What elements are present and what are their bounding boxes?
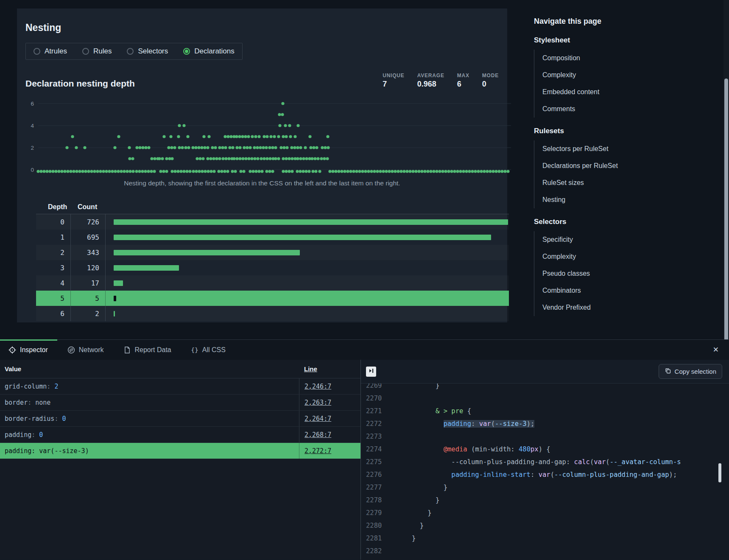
code-area: 2269 }22702271 & > pre {2272 padding: va…: [361, 384, 729, 560]
stat-average: AVERAGE0.968: [417, 73, 444, 89]
radio-declarations[interactable]: Declarations: [183, 47, 235, 56]
depth-cell: 0: [36, 214, 71, 230]
value-table-row[interactable]: border: none2,263:7: [0, 395, 360, 411]
count-cell: 2: [71, 306, 106, 321]
depth-table-row-6[interactable]: 62: [36, 306, 509, 321]
count-cell: 726: [71, 214, 106, 230]
sidebar-item-embedded-content[interactable]: Embedded content: [534, 84, 678, 101]
expand-panel-button[interactable]: [366, 367, 376, 377]
sidebar-item-comments[interactable]: Comments: [534, 101, 678, 118]
tab-label: Network: [79, 346, 104, 354]
inspector-tabbar: InspectorNetworkReport Data{}All CSS ✕: [0, 339, 729, 360]
code-line-2277: 2277 }: [366, 481, 729, 494]
depth-table-row-2[interactable]: 2343: [36, 245, 509, 260]
value-table-row[interactable]: padding: var(--size-3)2,272:7: [0, 443, 360, 459]
value-table-row[interactable]: grid-column: 22,246:7: [0, 378, 360, 395]
count-cell: 695: [71, 230, 106, 245]
value-column-header: Value: [5, 365, 21, 372]
sidebar-item-specificity[interactable]: Specificity: [534, 231, 678, 248]
svg-text:0: 0: [31, 167, 34, 173]
code-scrollbar-thumb[interactable]: [718, 463, 721, 482]
sidebar-section-stylesheet: Stylesheet: [534, 36, 678, 45]
sidebar-item-ruleset-sizes[interactable]: RuleSet sizes: [534, 174, 678, 191]
depth-table-header: Depth Count: [36, 200, 509, 214]
depth-table-row-3[interactable]: 3120: [36, 260, 509, 275]
stat-max: MAX6: [457, 73, 469, 89]
sidebar-item-complexity[interactable]: Complexity: [534, 248, 678, 265]
copy-icon: [665, 367, 671, 375]
nesting-depth-scatter-chart: 6420: [25, 101, 499, 176]
depth-table-row-5[interactable]: 55: [36, 291, 509, 306]
line-number: 2283: [366, 557, 388, 560]
svg-text:6: 6: [31, 101, 34, 107]
code-line-2278: 2278 }: [366, 494, 729, 507]
tab-all-css[interactable]: {}All CSS: [191, 346, 226, 354]
declaration-value: padding: var(--size-3): [5, 447, 299, 455]
close-panel-button[interactable]: ✕: [713, 345, 719, 354]
sidebar-title: Navigate this page: [534, 17, 678, 26]
radio-icon: [127, 48, 134, 55]
count-bar: [114, 219, 508, 225]
count-bar: [114, 280, 123, 286]
depth-count-table: Depth Count 07261695234331204175562: [36, 200, 509, 321]
window-scrollbar-thumb[interactable]: [724, 78, 728, 358]
line-link[interactable]: 2,272:7: [304, 447, 331, 455]
nesting-card: Nesting AtrulesRulesSelectorsDeclaration…: [17, 8, 507, 322]
svg-text:4: 4: [31, 123, 34, 129]
count-cell: 17: [71, 275, 106, 291]
svg-text:2: 2: [31, 145, 34, 151]
sidebar-item-pseudo-classes[interactable]: Pseudo classes: [534, 265, 678, 282]
code-line-2281: 2281 }: [366, 532, 729, 545]
code-line-2269: 2269 }: [366, 384, 729, 392]
value-table-row[interactable]: border-radius: 02,264:7: [0, 411, 360, 427]
value-table-row[interactable]: padding: 02,268:7: [0, 427, 360, 443]
copy-selection-button[interactable]: Copy selection: [659, 364, 722, 379]
scatter-svg: 6420: [25, 101, 511, 174]
crosshair-icon: [8, 346, 16, 354]
sidebar-item-selectors-per-ruleset[interactable]: Selectors per RuleSet: [534, 140, 678, 157]
sidebar-item-composition[interactable]: Composition: [534, 50, 678, 67]
sidebar-section-selectors: Selectors: [534, 218, 678, 226]
nesting-type-radio-group: AtrulesRulesSelectorsDeclarations: [25, 43, 243, 60]
sidebar-item-complexity[interactable]: Complexity: [534, 67, 678, 84]
line-column-header[interactable]: Line: [299, 365, 360, 372]
values-table-panel: Value Line grid-column: 22,246:7border: …: [0, 360, 361, 560]
radio-selectors[interactable]: Selectors: [127, 47, 168, 56]
radio-rules[interactable]: Rules: [82, 47, 112, 56]
line-link[interactable]: 2,263:7: [304, 399, 331, 406]
sidebar-item-vendor-prefixed[interactable]: Vendor Prefixed: [534, 299, 678, 316]
depth-table-row-4[interactable]: 417: [36, 275, 509, 291]
code-line-2282: 2282: [366, 545, 729, 557]
radio-atrules[interactable]: Atrules: [34, 47, 67, 56]
radio-label: Selectors: [138, 47, 168, 56]
sidebar-item-nesting[interactable]: Nesting: [534, 191, 678, 208]
tab-report-data[interactable]: Report Data: [123, 346, 171, 354]
code-line-2276: 2276 padding-inline-start: var(--column-…: [366, 468, 729, 481]
stat-unique: UNIQUE7: [383, 73, 404, 89]
line-link[interactable]: 2,268:7: [304, 431, 331, 439]
depth-cell: 5: [36, 291, 71, 306]
depth-cell: 1: [36, 230, 71, 245]
count-cell: 120: [71, 260, 106, 275]
depth-table-row-1[interactable]: 1695: [36, 230, 509, 245]
code-line-2279: 2279 }: [366, 507, 729, 519]
line-link[interactable]: 2,246:7: [304, 383, 331, 390]
declaration-value: border-radius: 0: [5, 415, 299, 423]
line-number: 2281: [366, 532, 388, 545]
line-link[interactable]: 2,264:7: [304, 415, 331, 423]
line-number: 2271: [366, 405, 388, 417]
page-navigation-sidebar: Navigate this page StylesheetComposition…: [534, 17, 678, 316]
tab-network[interactable]: Network: [67, 346, 104, 354]
line-number: 2277: [366, 481, 388, 494]
sidebar-item-declarations-per-ruleset[interactable]: Declarations per RuleSet: [534, 157, 678, 174]
page-title: Nesting: [25, 22, 499, 34]
document-icon: [123, 346, 131, 354]
radio-icon: [82, 48, 89, 55]
expand-panel-icon: [368, 367, 374, 375]
depth-column-header: Depth: [36, 203, 71, 211]
sidebar-item-combinators[interactable]: Combinators: [534, 282, 678, 299]
depth-table-row-0[interactable]: 0726: [36, 214, 509, 230]
depth-cell: 6: [36, 306, 71, 321]
tab-inspector[interactable]: Inspector: [8, 346, 48, 354]
count-cell: 5: [71, 291, 106, 306]
